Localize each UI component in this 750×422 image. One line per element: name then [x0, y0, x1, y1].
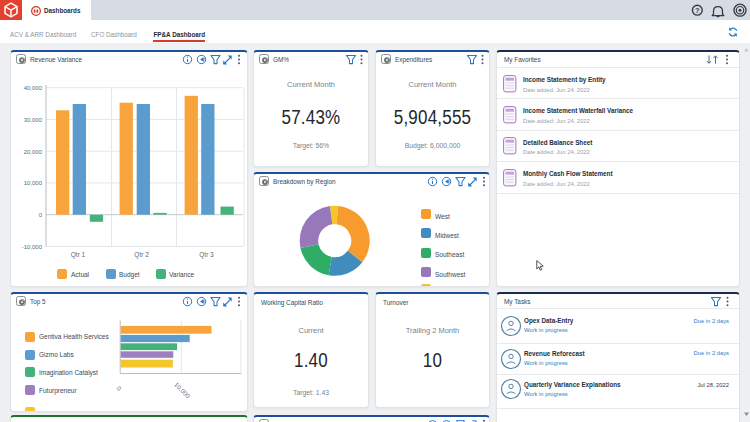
- svg-text:0: 0: [39, 212, 43, 218]
- svg-text:Qtr 1: Qtr 1: [71, 251, 86, 259]
- svg-text:Qtr 2: Qtr 2: [134, 251, 149, 259]
- svg-text:Qtr 3: Qtr 3: [199, 251, 214, 259]
- svg-text:-10,000: -10,000: [22, 244, 43, 250]
- svg-text:0: 0: [116, 384, 124, 392]
- svg-text:20,000: 20,000: [24, 149, 43, 155]
- svg-text:10,000: 10,000: [24, 180, 43, 186]
- svg-text:30,000: 30,000: [24, 117, 43, 123]
- svg-text:40,000: 40,000: [24, 85, 43, 91]
- svg-text:10,000: 10,000: [173, 381, 192, 400]
- svg-text:?: ?: [695, 6, 700, 15]
